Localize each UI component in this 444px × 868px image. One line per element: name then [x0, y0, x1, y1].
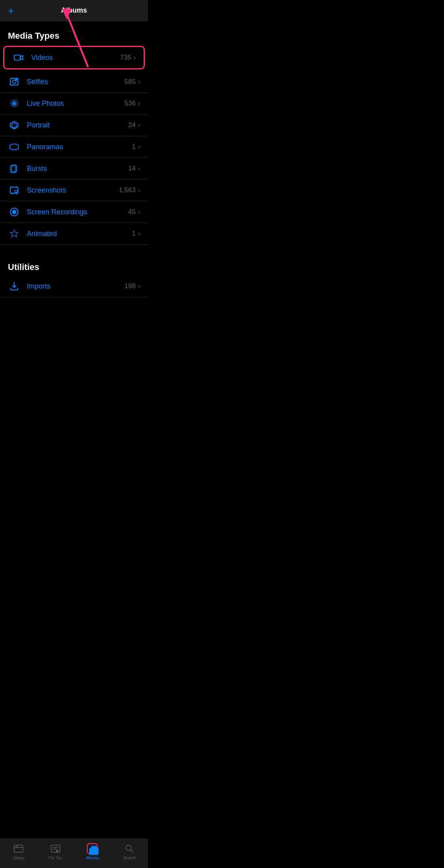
- page-title: Albums: [61, 6, 87, 15]
- list-item-animated[interactable]: Animated 1 ›: [0, 223, 148, 245]
- portrait-chevron: ›: [138, 122, 140, 129]
- panorama-icon: [8, 142, 21, 152]
- video-icon: [12, 52, 25, 63]
- animated-count: 1: [132, 230, 135, 238]
- selfies-count: 585: [124, 78, 135, 86]
- screen-recordings-chevron: ›: [138, 208, 140, 216]
- utilities-section-header: Utilities: [0, 253, 148, 276]
- videos-chevron: ›: [134, 54, 136, 61]
- content: Media Types Videos 735 ›: [0, 21, 148, 333]
- utilities-title: Utilities: [8, 262, 39, 272]
- bursts-count: 14: [128, 165, 136, 172]
- selfies-chevron: ›: [138, 78, 140, 85]
- media-types-title: Media Types: [8, 31, 59, 41]
- svg-point-17: [13, 210, 16, 214]
- header: + Albums: [0, 0, 148, 21]
- live-photos-label: Live Photos: [27, 99, 124, 108]
- panoramas-chevron: ›: [138, 143, 140, 150]
- svg-point-8: [13, 103, 15, 104]
- media-types-list: Videos 735 › Selfies 585: [0, 46, 148, 245]
- utilities-list: Imports 198 ›: [0, 276, 148, 297]
- svg-rect-0: [14, 55, 20, 60]
- screenshot-icon: [8, 185, 21, 195]
- list-item-imports[interactable]: Imports 198 ›: [0, 276, 148, 297]
- portrait-label: Portrait: [27, 121, 128, 129]
- live-photos-count: 536: [124, 99, 135, 107]
- bursts-label: Bursts: [27, 165, 128, 173]
- media-types-section-header: Media Types: [0, 21, 148, 44]
- list-item-selfies[interactable]: Selfies 585 ›: [0, 71, 148, 93]
- import-icon: [8, 281, 21, 291]
- portrait-icon: [8, 120, 21, 130]
- list-item-live-photos[interactable]: Live Photos 536 ›: [0, 93, 148, 114]
- selfie-icon: [8, 77, 21, 87]
- panoramas-count: 1: [132, 143, 135, 151]
- list-item-screen-recordings[interactable]: Screen Recordings 45 ›: [0, 201, 148, 223]
- animated-label: Animated: [27, 230, 132, 238]
- live-photos-chevron: ›: [138, 100, 140, 107]
- list-item-screenshots[interactable]: Screenshots 1,563 ›: [0, 180, 148, 201]
- imports-count: 198: [124, 282, 135, 290]
- screen-recordings-count: 45: [128, 208, 136, 216]
- svg-point-15: [15, 190, 17, 193]
- portrait-count: 24: [128, 121, 136, 129]
- animated-icon: [8, 229, 21, 239]
- svg-point-4: [13, 80, 16, 84]
- bursts-icon: [8, 163, 21, 174]
- panoramas-label: Panoramas: [27, 143, 132, 151]
- bursts-chevron: ›: [138, 165, 140, 172]
- screenshots-label: Screenshots: [27, 186, 119, 195]
- screenshots-chevron: ›: [138, 187, 140, 194]
- list-item-portrait[interactable]: Portrait 24 ›: [0, 114, 148, 136]
- videos-count: 735: [120, 54, 131, 62]
- list-item-panoramas[interactable]: Panoramas 1 ›: [0, 136, 148, 158]
- screen-recordings-label: Screen Recordings: [27, 208, 128, 216]
- animated-chevron: ›: [138, 230, 140, 237]
- imports-chevron: ›: [138, 283, 140, 290]
- imports-label: Imports: [27, 282, 124, 291]
- screen-recording-icon: [8, 207, 21, 217]
- live-photo-icon: [8, 98, 21, 109]
- add-button[interactable]: +: [8, 6, 14, 16]
- svg-point-5: [16, 79, 17, 80]
- selfies-label: Selfies: [27, 78, 124, 86]
- list-item-bursts[interactable]: Bursts 14 ›: [0, 158, 148, 180]
- videos-label: Videos: [31, 54, 120, 62]
- list-item-videos[interactable]: Videos 735 ›: [3, 46, 145, 69]
- screenshots-count: 1,563: [119, 186, 136, 194]
